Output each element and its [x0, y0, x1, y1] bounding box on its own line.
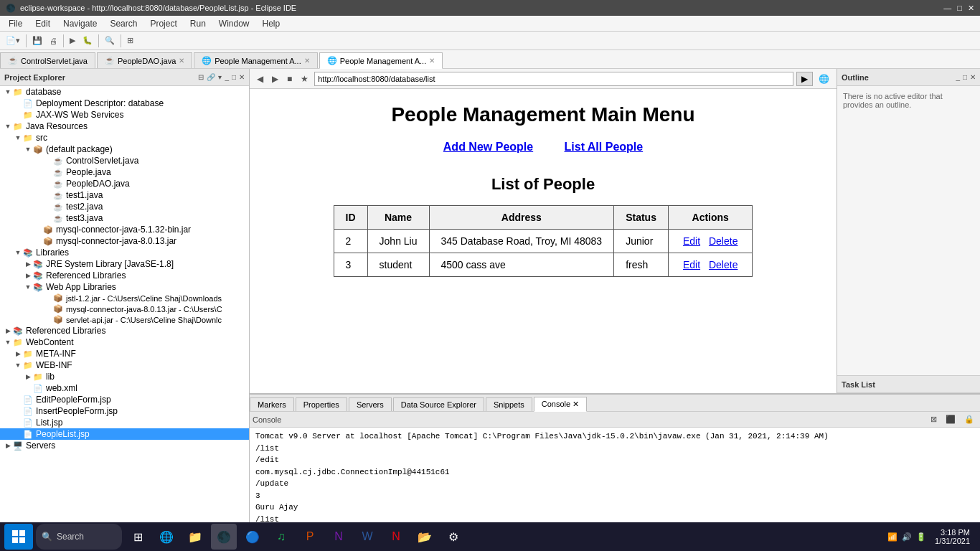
back-button[interactable]: ◀ — [254, 72, 266, 85]
spotify-button[interactable]: ♫ — [268, 524, 294, 550]
tab-properties[interactable]: Properties — [296, 397, 347, 411]
tree-item-jre[interactable]: ▶ 📚 JRE System Library [JavaSE-1.8] — [0, 258, 249, 270]
menu-run[interactable]: Run — [184, 17, 212, 30]
powerpoint-button[interactable]: P — [297, 524, 323, 550]
menu-help[interactable]: Help — [257, 17, 286, 30]
print-button[interactable]: 🖨 — [47, 35, 60, 47]
menu-file[interactable]: File — [3, 17, 28, 30]
edit-link-row2[interactable]: Edit — [683, 259, 700, 270]
scroll-lock-button[interactable]: 🔒 — [961, 413, 977, 425]
tree-item-editpeople[interactable]: 📄 EditPeopleForm.jsp — [0, 394, 249, 405]
chrome-button[interactable]: 🔵 — [240, 524, 265, 550]
tree-item-insertpeople[interactable]: 📄 InsertPeopleForm.jsp — [0, 405, 249, 417]
outline-maximize[interactable]: □ — [963, 73, 967, 81]
tab-people-mgmt-1[interactable]: 🌐 People Management A... ✕ — [194, 52, 317, 68]
tree-item-jstl[interactable]: 📦 jstl-1.2.jar - C:\Users\Celine Shaj\Do… — [0, 293, 249, 303]
tree-item-mysql-connector-web[interactable]: 📦 mysql-connector-java-8.0.13.jar - C:\U… — [0, 303, 249, 314]
menu-edit[interactable]: Edit — [29, 17, 56, 30]
tree-item-controlservlet[interactable]: ☕ ControlServlet.java — [0, 155, 249, 166]
menu-navigate[interactable]: Navigate — [57, 17, 103, 30]
forward-button[interactable]: ▶ — [269, 72, 281, 85]
edit-link-row1[interactable]: Edit — [683, 235, 700, 247]
tree-item-peopledao[interactable]: ☕ PeopleDAO.java — [0, 178, 249, 189]
tree-item-webxml[interactable]: 📄 web.xml — [0, 382, 249, 394]
bookmark-button[interactable]: ★ — [298, 72, 311, 85]
maximize-panel-button[interactable]: □ — [232, 73, 236, 81]
search-taskbar-button[interactable]: 🔍 Search — [36, 524, 122, 550]
word-button[interactable]: W — [354, 524, 380, 550]
tree-item-default-package[interactable]: ▼ 📦 (default package) — [0, 143, 249, 155]
tab-servers[interactable]: Servers — [349, 397, 392, 411]
tab-markers[interactable]: Markers — [250, 397, 294, 411]
run-button[interactable]: ▶ — [67, 34, 78, 47]
tree-item-web-inf[interactable]: ▼ 📁 WEB-INF — [0, 359, 249, 371]
stop-console-button[interactable]: ⬛ — [943, 413, 958, 425]
tab-close-1[interactable]: ✕ — [304, 57, 310, 65]
tree-item-jaxws[interactable]: 📁 JAX-WS Web Services — [0, 109, 249, 121]
menu-window[interactable]: Window — [213, 17, 255, 30]
tree-item-test1[interactable]: ☕ test1.java — [0, 189, 249, 201]
tree-item-database[interactable]: ▼ 📁 database — [0, 86, 249, 98]
tree-item-referenced-libraries-inner[interactable]: ▶ 📚 Referenced Libraries — [0, 270, 249, 281]
tree-item-lib[interactable]: ▶ 📁 lib — [0, 371, 249, 382]
save-button[interactable]: 💾 — [29, 34, 45, 47]
go-button[interactable]: ▶ — [796, 72, 813, 86]
add-new-people-link[interactable]: Add New People — [443, 141, 533, 153]
start-button[interactable] — [4, 524, 33, 550]
tab-console[interactable]: Console ✕ — [534, 397, 587, 412]
minimize-button[interactable]: — — [943, 4, 951, 13]
list-all-people-link[interactable]: List All People — [565, 141, 644, 153]
edge-button[interactable]: 🌐 — [154, 524, 179, 550]
tree-item-referenced-libraries-outer[interactable]: ▶ 📚 Referenced Libraries — [0, 325, 249, 336]
tree-item-listjsp[interactable]: 📄 List.jsp — [0, 417, 249, 428]
tree-item-web-app-libs[interactable]: ▼ 📚 Web App Libraries — [0, 281, 249, 293]
tree-item-test3[interactable]: ☕ test3.java — [0, 212, 249, 224]
perspective-button[interactable]: ⊞ — [124, 34, 136, 47]
tree-item-libraries[interactable]: ▼ 📚 Libraries — [0, 247, 249, 258]
maximize-button[interactable]: □ — [957, 4, 962, 13]
tree-item-deployment-descriptor[interactable]: 📄 Deployment Descriptor: database — [0, 98, 249, 109]
search-toolbar-button[interactable]: 🔍 — [102, 34, 118, 47]
eclipse-taskbar-button[interactable]: 🌑 — [211, 524, 237, 550]
new-button[interactable]: 📄▾ — [3, 34, 23, 47]
files-button[interactable]: 📂 — [412, 524, 438, 550]
view-menu-button[interactable]: ▾ — [218, 73, 222, 81]
tab-datasource[interactable]: Data Source Explorer — [393, 397, 484, 411]
tree-item-test2[interactable]: ☕ test2.java — [0, 201, 249, 212]
tree-item-servlet-api[interactable]: 📦 servlet-api.jar - C:\Users\Celine Shaj… — [0, 314, 249, 325]
url-input[interactable]: http://localhost:8080/database/list — [314, 72, 793, 86]
clear-console-button[interactable]: ⊠ — [928, 413, 940, 425]
tab-controlservlet[interactable]: ☕ ControlServlet.java — [0, 52, 95, 68]
stop-button[interactable]: ■ — [284, 72, 295, 85]
tab-snippets[interactable]: Snippets — [486, 397, 532, 411]
tree-item-meta-inf[interactable]: ▶ 📁 META-INF — [0, 348, 249, 359]
settings-taskbar-button[interactable]: ⚙ — [440, 524, 466, 550]
tree-item-mysql5[interactable]: 📦 mysql-connector-java-5.1.32-bin.jar — [0, 224, 249, 235]
minimize-panel-button[interactable]: _ — [225, 73, 229, 81]
netflix-button[interactable]: N — [383, 524, 409, 550]
debug-button[interactable]: 🐛 — [80, 34, 95, 47]
taskbar-clock[interactable]: 3:18 PM 1/31/2021 — [935, 528, 976, 545]
delete-link-row1[interactable]: Delete — [709, 235, 738, 247]
outline-minimize[interactable]: _ — [956, 73, 960, 81]
tree-item-servers[interactable]: ▶ 🖥️ Servers — [0, 440, 249, 451]
tree-item-java-resources[interactable]: ▼ 📁 Java Resources — [0, 121, 249, 132]
tab-close-peopledao[interactable]: ✕ — [179, 57, 184, 65]
outline-close[interactable]: ✕ — [970, 73, 976, 81]
tree-item-webcontent[interactable]: ▼ 📁 WebContent — [0, 336, 249, 348]
tree-item-src[interactable]: ▼ 📁 src — [0, 132, 249, 143]
tree-item-mysql8[interactable]: 📦 mysql-connector-java-8.0.13.jar — [0, 235, 249, 247]
close-button[interactable]: ✕ — [968, 4, 974, 13]
close-panel-button[interactable]: ✕ — [239, 73, 245, 81]
tab-close-2[interactable]: ✕ — [429, 57, 435, 65]
menu-search[interactable]: Search — [104, 17, 143, 30]
tree-item-people[interactable]: ☕ People.java — [0, 166, 249, 178]
task-view-button[interactable]: ⊞ — [125, 524, 151, 550]
delete-link-row2[interactable]: Delete — [709, 259, 738, 270]
link-with-editor-button[interactable]: 🔗 — [207, 73, 215, 81]
tab-people-mgmt-2[interactable]: 🌐 People Management A... ✕ — [319, 52, 443, 69]
collapse-all-button[interactable]: ⊟ — [198, 73, 204, 81]
onenote-button[interactable]: N — [326, 524, 352, 550]
file-explorer-button[interactable]: 📁 — [182, 524, 208, 550]
menu-project[interactable]: Project — [144, 17, 182, 30]
